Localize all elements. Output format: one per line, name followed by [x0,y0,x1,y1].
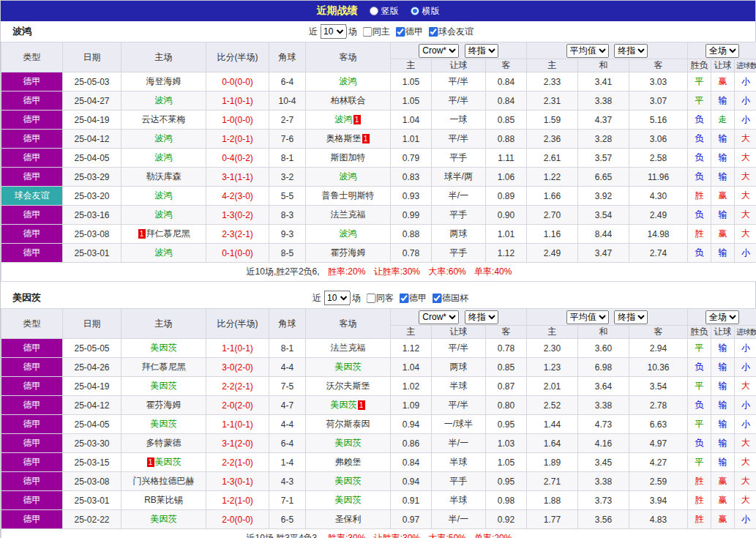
checkbox-league-bundesliga[interactable]: 德甲 [399,292,427,305]
summary-odd-rate: 单率:40% [474,266,512,277]
match-row: 德甲25-04-12波鸿1-2(0-1)7-6奥格斯堡11.01平/半0.882… [1,130,756,149]
team-link[interactable]: 门兴格拉德巴赫 [133,476,195,486]
team-link[interactable]: 拜仁慕尼黑 [142,362,186,372]
match-row: 德甲25-04-05波鸿0-4(0-2)8-1斯图加特0.79平手1.112.6… [1,149,756,168]
team-link[interactable]: 波鸿 [155,133,173,143]
team-link[interactable]: 霍芬海姆 [331,247,366,258]
match-date: 25-03-30 [63,434,121,453]
team-link[interactable]: 波鸿 [155,95,173,105]
odds-away: 1.11 [486,149,527,168]
team-link[interactable]: 波鸿 [335,114,353,124]
team-link[interactable]: 斯图加特 [331,152,366,162]
results-body: 德甲25-05-03海登海姆0-0(0-0)6-4波鸿1.05平/半0.842.… [1,72,756,263]
team-link[interactable]: 波鸿 [155,190,173,201]
away-team-cell: 法兰克福 [306,339,391,358]
corner-cell: 9-3 [269,225,306,244]
col-header-home: 主场 [121,309,206,339]
score-cell: 0-4(0-2) [206,149,269,168]
team-link[interactable]: 美因茨 [155,457,181,467]
team-link[interactable]: 美因茨 [151,343,177,353]
team-link[interactable]: 美因茨 [151,419,177,429]
recent-count-select[interactable]: 10 [323,291,350,305]
team-link[interactable]: 沃尔夫斯堡 [326,381,370,391]
odds-group-header: Crow* 终指 [391,42,527,59]
odds-home: 0.88 [391,225,432,244]
odds-handicap: 平/半 [432,339,486,358]
team-link[interactable]: 波鸿 [155,152,173,162]
bookmaker-select[interactable]: Crow* [419,310,459,324]
radio-vertical-layout[interactable]: 竖版 [370,5,399,18]
checkbox-league-club-friendly[interactable]: 球会友谊 [428,26,474,38]
odds-stage-select[interactable]: 终指 [465,44,498,58]
odds-stage-select[interactable]: 终指 [465,310,498,324]
team-link[interactable]: 波鸿 [340,228,357,239]
avg-stage-select[interactable]: 终指 [614,310,648,324]
team-link[interactable]: 霍芬海姆 [146,400,181,410]
result-handicap: 输 [711,244,735,263]
avg-type-select[interactable]: 平均值 [566,44,609,58]
team-link[interactable]: 奥格斯堡 [326,133,362,143]
team-link[interactable]: 弗赖堡 [335,457,362,467]
german-cup-checkbox[interactable] [432,294,441,303]
away-team-cell: 斯图加特 [306,149,391,168]
match-date: 25-03-15 [63,453,121,472]
bundesliga-checkbox[interactable] [395,27,405,37]
checkbox-league-german-cup[interactable]: 德国杯 [432,292,468,305]
result-outcome: 平 [688,377,711,396]
bundesliga-checkbox[interactable] [399,294,408,303]
odds-handicap: 平手 [432,149,486,168]
avg-type-select[interactable]: 平均值 [566,310,609,324]
team-link[interactable]: 美因茨 [151,381,177,391]
team-link[interactable]: 普鲁士明斯特 [322,190,375,201]
team-link[interactable]: 波鸿 [340,171,357,182]
avg-draw: 3.92 [578,187,629,206]
radio-horizontal-layout[interactable]: 横版 [411,5,440,18]
checkbox-same-home[interactable]: 同主 [362,26,390,38]
recent-count-select[interactable]: 10 [320,24,346,39]
team-link[interactable]: 美因茨 [151,514,177,524]
same-away-checkbox[interactable] [366,294,375,303]
team-link[interactable]: 美因茨 [335,495,362,505]
away-team-cell: 波鸿 [306,72,391,91]
team-link[interactable]: 法兰克福 [331,209,366,220]
team-link[interactable]: 云达不莱梅 [142,114,186,124]
team-link[interactable]: 波鸿 [155,209,173,220]
same-home-checkbox[interactable] [362,27,372,37]
result-handicap: 走 [711,111,735,130]
result-goals: 小 [735,339,756,358]
team-link[interactable]: 柏林联合 [331,95,366,105]
team-link[interactable]: 多特蒙德 [146,438,181,448]
team-link[interactable]: 圣保利 [335,514,362,524]
club-friendly-checkbox[interactable] [428,27,438,37]
team-link[interactable]: 法兰克福 [331,343,366,353]
result-outcome: 胜 [688,510,711,529]
match-type-cell: 德甲 [1,91,63,111]
team-link[interactable]: 美因茨 [335,362,362,372]
away-team-cell: 圣保利 [306,510,391,529]
home-team-cell: 波鸿 [121,206,206,225]
team-link[interactable]: 美因茨 [335,476,362,486]
match-row: 球会友谊25-03-20波鸿4-2(3-0)5-5普鲁士明斯特0.93半/一0.… [1,187,756,206]
match-date: 25-04-12 [63,396,121,415]
bookmaker-select[interactable]: Crow* [419,44,459,58]
match-scope-select[interactable]: 全场 [706,44,739,58]
checkbox-same-away[interactable]: 同客 [366,292,394,305]
team-link[interactable]: RB莱比锡 [144,495,183,505]
score-cell: 1-3(0-1) [206,472,269,491]
match-scope-select[interactable]: 全场 [706,310,739,324]
team-link[interactable]: 美因茨 [331,400,357,410]
team-link[interactable]: 波鸿 [340,76,357,86]
team-link[interactable]: 海登海姆 [146,76,181,86]
avg-stage-select[interactable]: 终指 [614,44,648,58]
team-link[interactable]: 勒沃库森 [146,171,181,182]
team-link[interactable]: 美因茨 [335,438,362,448]
summary-text: 近10场,胜2平2负6, [247,266,320,277]
team-link[interactable]: 波鸿 [155,247,173,258]
result-handicap: 赢 [711,472,735,491]
match-type-cell: 德甲 [1,244,63,263]
team-link[interactable]: 拜仁慕尼黑 [146,228,190,239]
checkbox-league-bundesliga[interactable]: 德甲 [395,26,423,38]
avg-away: 4.83 [629,510,688,529]
score-cell: 1-1(0-1) [206,415,269,434]
team-link[interactable]: 荷尔斯泰因 [326,419,370,429]
